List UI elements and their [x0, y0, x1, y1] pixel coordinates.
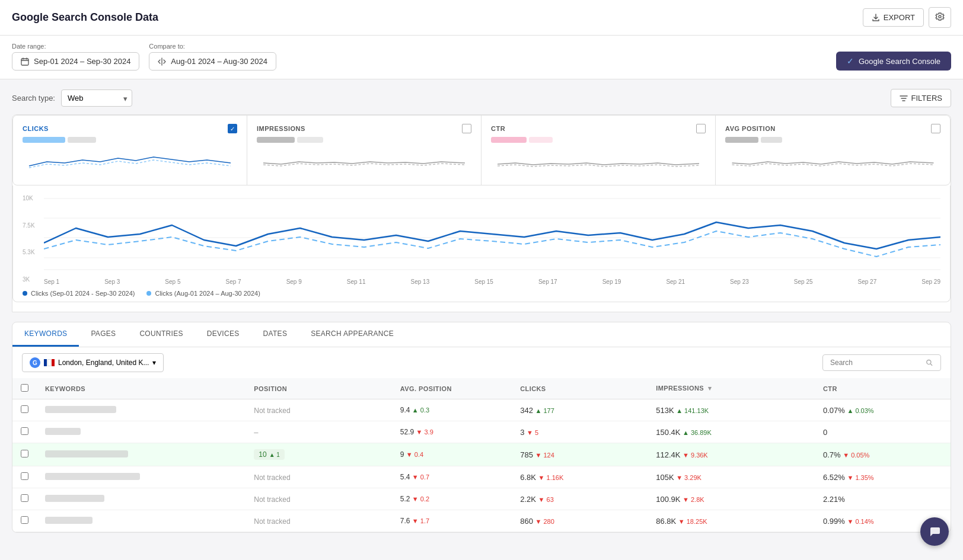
th-clicks: CLICKS: [512, 378, 648, 399]
tab-countries[interactable]: COUNTRIES: [127, 322, 194, 347]
filter-icon: [900, 94, 908, 103]
tab-search-appearance[interactable]: SEARCH APPEARANCE: [299, 322, 406, 347]
row-checkbox-cell: [12, 510, 37, 532]
calendar-icon: [21, 57, 29, 66]
chat-icon: [928, 525, 941, 538]
impressions-bars: [257, 137, 471, 143]
select-all-checkbox[interactable]: [21, 384, 28, 392]
keyword-text: [45, 428, 81, 435]
ctr-cell: 0: [815, 421, 951, 443]
metric-clicks-label: CLICKS: [23, 125, 49, 132]
location-button[interactable]: G London, England, United K... ▾: [22, 353, 164, 372]
location-value: London, England, United K...: [58, 359, 149, 367]
metric-avg-position-checkbox[interactable]: [931, 124, 940, 133]
table-row: Not tracked 5.4 ▼ 0.7 6.8K ▼ 1.16K 105K …: [12, 466, 951, 488]
x-label-sep7: Sep 7: [225, 279, 241, 285]
x-axis-labels: Sep 1 Sep 3 Sep 5 Sep 7 Sep 9 Sep 11 Sep…: [44, 277, 940, 285]
impressions-sparkline: [257, 145, 471, 175]
impressions-cell: 150.4K ▲ 36.89K: [648, 421, 815, 443]
metric-clicks: CLICKS ✓: [13, 116, 247, 185]
ctr-cell: 6.52% ▼ 1.35%: [815, 466, 951, 488]
chart-container: 10K 7.5K 5.3K 3K: [12, 185, 951, 302]
tab-dates[interactable]: DATES: [251, 322, 299, 347]
metric-impressions-header: IMPRESSIONS: [257, 124, 471, 133]
keywords-table: KEYWORDS POSITION AVG. POSITION CLICKS I…: [12, 378, 951, 532]
search-type-wrapper: Web Image Video News: [61, 89, 132, 107]
settings-button[interactable]: [929, 7, 951, 28]
table-row: – 52.9 ▼ 3.9 3 ▼ 5 150.4K ▲ 36.89K 0: [12, 421, 951, 443]
x-label-sep25: Sep 25: [794, 279, 813, 285]
search-type-row: Search type: Web Image Video News FILTER…: [12, 89, 951, 107]
legend-compare-dot: [146, 291, 151, 296]
tab-keywords[interactable]: KEYWORDS: [12, 322, 79, 347]
avgpos-sparkline: [725, 145, 940, 175]
date-range-value: Sep-01 2024 – Sep-30 2024: [34, 57, 130, 66]
gear-icon: [935, 12, 945, 21]
y-label-10k: 10K: [23, 195, 44, 201]
table-row: Not tracked 7.6 ▼ 1.7 860 ▼ 280 86.8K ▼ …: [12, 510, 951, 532]
metric-clicks-checkbox[interactable]: ✓: [228, 124, 237, 133]
date-range-button[interactable]: Sep-01 2024 – Sep-30 2024: [12, 52, 139, 71]
th-avg-position: AVG. POSITION: [392, 378, 512, 399]
table-body: Not tracked 9.4 ▲ 0.3 342 ▲ 177 513K ▲ 1…: [12, 399, 951, 532]
legend-current-label: Clicks (Sep-01 2024 - Sep-30 2024): [31, 290, 135, 297]
impressions-cell: 112.4K ▼ 9.36K: [648, 443, 815, 466]
chat-button[interactable]: [920, 517, 949, 542]
compare-button[interactable]: Aug-01 2024 – Aug-30 2024: [149, 52, 276, 71]
x-label-sep15: Sep 15: [474, 279, 493, 285]
row-checkbox-1[interactable]: [21, 427, 28, 435]
x-label-sep9: Sep 9: [286, 279, 302, 285]
tab-pages[interactable]: PAGES: [79, 322, 127, 347]
avgpos-bar-compare: [761, 137, 782, 143]
th-position: POSITION: [245, 378, 392, 399]
clicks-cell: 342 ▲ 177: [512, 399, 648, 421]
avg-position-cell: 9 ▼ 0.4: [392, 443, 512, 466]
impressions-cell: 105K ▼ 3.29K: [648, 466, 815, 488]
search-input[interactable]: [830, 359, 922, 367]
ctr-sparkline: [491, 145, 706, 175]
y-axis: 10K 7.5K 5.3K 3K: [23, 193, 44, 285]
filters-button[interactable]: FILTERS: [891, 89, 952, 107]
y-label-53k: 5.3K: [23, 249, 44, 255]
metric-clicks-header: CLICKS ✓: [23, 124, 237, 133]
keyword-cell: [37, 510, 245, 532]
impressions-cell: 86.8K ▼ 18.25K: [648, 510, 815, 532]
metric-avg-position-label: AVG POSITION: [725, 125, 776, 132]
compare-group: Compare to: Aug-01 2024 – Aug-30 2024: [149, 43, 276, 71]
position-cell: 10 ▲ 1: [245, 443, 392, 466]
row-checkbox-3[interactable]: [21, 472, 28, 480]
metric-ctr: CTR: [482, 116, 716, 185]
row-checkbox-cell: [12, 399, 37, 421]
table-head: KEYWORDS POSITION AVG. POSITION CLICKS I…: [12, 378, 951, 399]
avgpos-bar-current: [725, 137, 758, 143]
keyword-text: [45, 450, 128, 457]
ctr-cell: 2.21%: [815, 488, 951, 510]
search-type-select[interactable]: Web Image Video News: [61, 89, 132, 107]
row-checkbox-4[interactable]: [21, 494, 28, 502]
svg-point-6: [927, 360, 931, 364]
sort-impressions-icon: ▾: [708, 385, 712, 392]
row-checkbox-2[interactable]: [21, 450, 28, 457]
table-controls: G London, England, United K... ▾: [12, 347, 951, 378]
table-wrapper: KEYWORDS POSITION AVG. POSITION CLICKS I…: [12, 378, 951, 532]
checkmark-icon: ✓: [847, 56, 854, 66]
y-label-75k: 7.5K: [23, 222, 44, 229]
google-icon: G: [30, 357, 40, 368]
keyword-text: [45, 406, 116, 413]
date-range-label: Date range:: [12, 43, 139, 50]
export-button[interactable]: EXPORT: [863, 8, 924, 27]
row-checkbox-5[interactable]: [21, 516, 28, 524]
metric-ctr-label: CTR: [491, 125, 505, 132]
impressions-bar-current: [257, 137, 295, 143]
tab-devices[interactable]: DEVICES: [195, 322, 251, 347]
metric-impressions-checkbox[interactable]: [462, 124, 471, 133]
metric-ctr-checkbox[interactable]: [696, 124, 706, 133]
search-icon: [926, 359, 933, 367]
row-checkbox-0[interactable]: [21, 405, 28, 413]
position-cell: –: [245, 421, 392, 443]
metric-avg-position-header: AVG POSITION: [725, 124, 940, 133]
main-content: Search type: Web Image Video News FILTER…: [0, 79, 963, 542]
impressions-bar-compare: [297, 137, 323, 143]
gsc-button[interactable]: ✓ Google Search Console: [836, 52, 951, 71]
x-label-sep3: Sep 3: [104, 279, 120, 285]
